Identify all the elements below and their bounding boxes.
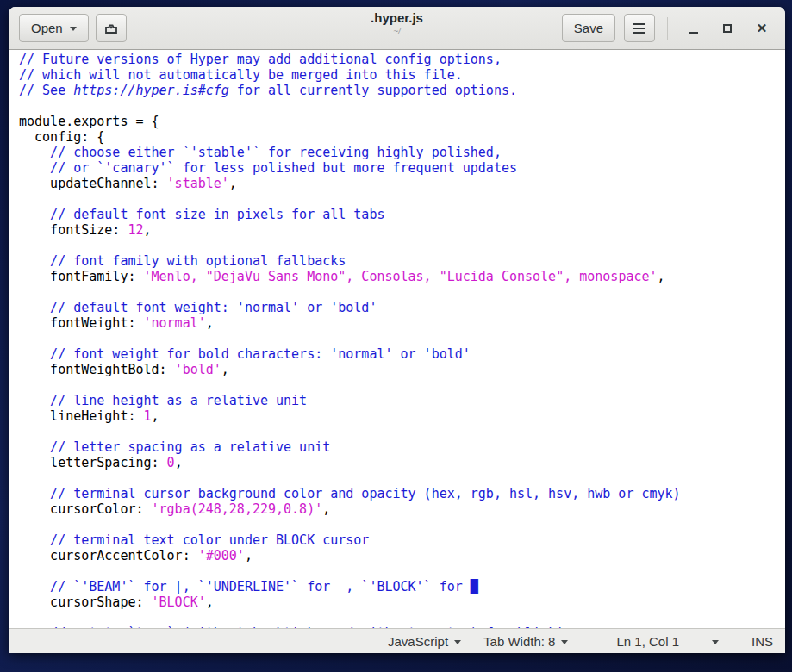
code-line: lineHeight: 1, (19, 408, 785, 424)
code-line: fontSize: 12, (19, 222, 785, 238)
code-line: fontFamily: 'Menlo, "DejaVu Sans Mono", … (19, 269, 785, 284)
insert-mode-indicator: INS (751, 634, 773, 649)
code-line: // which will not automatically be merge… (19, 67, 785, 83)
code-line (19, 470, 785, 486)
code-line (19, 191, 785, 207)
tab-width-selector[interactable]: Tab Width: 8 (483, 634, 568, 649)
headerbar: Open .hyper.js ~/ Save (9, 7, 785, 50)
maximize-icon (723, 24, 732, 33)
headerbar-left: Open (19, 14, 127, 42)
title-box: .hyper.js ~/ (371, 10, 423, 37)
caret-down-icon (561, 640, 568, 644)
code-line: // font family with optional fallbacks (19, 253, 785, 269)
statusbar: JavaScript Tab Width: 8 Ln 1, Col 1 INS (9, 628, 785, 653)
close-icon: ✕ (757, 22, 768, 34)
window-title: .hyper.js (371, 10, 423, 27)
code-line: // choose either `'stable'` for receivin… (19, 145, 785, 160)
minimize-button[interactable] (680, 16, 706, 41)
cursor-position-menu[interactable] (712, 638, 719, 644)
desktop-background: Open .hyper.js ~/ Save (0, 0, 792, 672)
headerbar-right: Save ✕ (562, 14, 775, 42)
headerbar-separator (667, 17, 668, 40)
code-line: // terminal cursor background color and … (19, 486, 785, 501)
language-label: JavaScript (388, 634, 448, 649)
minimize-icon (689, 32, 698, 34)
open-button[interactable]: Open (19, 14, 89, 42)
code-editor[interactable]: // Future versions of Hyper may add addi… (9, 50, 785, 628)
code-line (19, 377, 785, 393)
save-button[interactable]: Save (562, 14, 615, 42)
code-line: // Future versions of Hyper may add addi… (19, 52, 785, 67)
code-line (19, 610, 785, 625)
code-line: letterSpacing: 0, (19, 455, 785, 470)
close-button[interactable]: ✕ (749, 16, 775, 41)
code-line: // default font weight: 'normal' or 'bol… (19, 300, 785, 315)
new-document-button[interactable] (96, 14, 127, 42)
code-line: module.exports = { (19, 114, 785, 129)
code-line: // `'BEAM'` for |, `'UNDERLINE'` for _, … (19, 579, 785, 594)
hamburger-menu-icon (633, 23, 645, 34)
code-line: // default font size in pixels for all t… (19, 207, 785, 222)
code-line (19, 331, 785, 346)
caret-down-icon (70, 27, 77, 31)
code-line: fontWeightBold: 'bold', (19, 362, 785, 377)
code-lines: // Future versions of Hyper may add addi… (9, 50, 785, 625)
caret-down-icon (712, 640, 719, 644)
code-line: updateChannel: 'stable', (19, 176, 785, 191)
editor-window: Open .hyper.js ~/ Save (9, 7, 785, 653)
code-line: cursorShape: 'BLOCK', (19, 594, 785, 610)
code-line (19, 424, 785, 439)
code-line: // font weight for bold characters: 'nor… (19, 346, 785, 362)
language-selector[interactable]: JavaScript (388, 634, 461, 649)
insert-mode-label: INS (751, 634, 773, 649)
maximize-button[interactable] (714, 16, 740, 41)
tab-width-label: Tab Width: 8 (483, 634, 555, 649)
code-line (19, 563, 785, 579)
code-line (19, 517, 785, 532)
open-button-label: Open (31, 21, 63, 35)
code-line: config: { (19, 129, 785, 145)
cursor-position-label: Ln 1, Col 1 (616, 634, 679, 649)
menu-button[interactable] (624, 14, 655, 42)
code-line (19, 284, 785, 300)
code-line (19, 98, 785, 114)
cursor-position[interactable]: Ln 1, Col 1 (616, 634, 679, 649)
code-line (19, 238, 785, 253)
save-button-label: Save (574, 21, 603, 35)
caret-down-icon (454, 640, 461, 644)
code-line: // See https://hyper.is#cfg for all curr… (19, 83, 785, 98)
code-line: cursorColor: 'rgba(248,28,229,0.8)', (19, 501, 785, 517)
code-line: // letter spacing as a relative unit (19, 439, 785, 455)
code-line: // or `'canary'` for less polished but m… (19, 160, 785, 176)
code-line: // terminal text color under BLOCK curso… (19, 532, 785, 548)
new-document-icon (103, 21, 119, 36)
code-line: fontWeight: 'normal', (19, 315, 785, 331)
code-line: cursorAccentColor: '#000', (19, 548, 785, 563)
code-line: // line height as a relative unit (19, 393, 785, 408)
window-subtitle: ~/ (371, 27, 423, 38)
